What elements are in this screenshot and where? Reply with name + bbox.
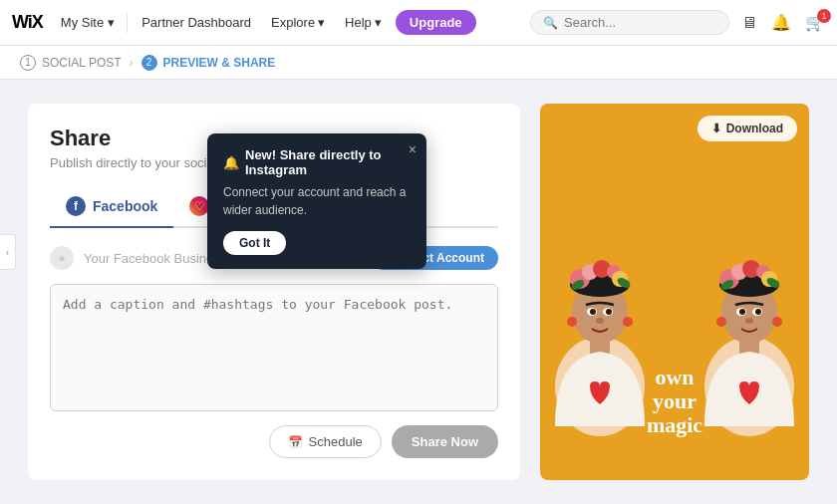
svg-point-17 <box>623 317 633 327</box>
svg-point-35 <box>772 317 782 327</box>
preview-image: own your magic ⬇ Download <box>540 104 809 480</box>
tooltip-bell-icon: 🔔 <box>223 155 239 170</box>
navbar: WiX My Site ▾ Partner Dashboard Explore … <box>0 0 837 46</box>
step2-label: PREVIEW & SHARE <box>163 56 276 70</box>
share-now-button[interactable]: Share Now <box>392 425 498 458</box>
download-button[interactable]: ⬇ Download <box>698 116 797 141</box>
tab-facebook-label: Facebook <box>93 198 157 214</box>
svg-point-31 <box>739 309 745 315</box>
cart-icon[interactable]: 🛒 1 <box>805 13 825 32</box>
svg-text:own: own <box>655 365 694 389</box>
search-icon: 🔍 <box>543 16 558 30</box>
tooltip-title: 🔔 New! Share directly to Instagram <box>223 147 411 177</box>
svg-point-32 <box>755 309 761 315</box>
fb-page-icon: ● <box>50 246 74 270</box>
search-bar[interactable]: 🔍 <box>530 10 729 35</box>
svg-text:your: your <box>653 388 697 413</box>
nav-help[interactable]: Help ▾ <box>335 15 392 30</box>
tab-facebook[interactable]: f Facebook <box>50 188 173 226</box>
svg-point-13 <box>590 309 596 315</box>
nav-separator <box>127 13 128 33</box>
main-content: Share Publish directly to your social ac… <box>0 80 837 504</box>
preview-illustration: own your magic <box>540 104 809 480</box>
svg-text:magic: magic <box>647 412 702 437</box>
wix-logo: WiX <box>12 12 43 33</box>
download-icon: ⬇ <box>711 122 721 135</box>
sidebar-toggle-button[interactable]: ‹ <box>0 234 16 270</box>
step1-label: SOCIAL POST <box>42 56 122 70</box>
breadcrumb-step-1: 1 SOCIAL POST <box>20 55 122 71</box>
facebook-icon: f <box>66 196 86 216</box>
nav-mysite[interactable]: My Site ▾ <box>53 15 123 30</box>
schedule-button[interactable]: 📅 Schedule <box>269 425 382 458</box>
nav-explore[interactable]: Explore ▾ <box>261 15 335 30</box>
breadcrumb: 1 SOCIAL POST › 2 PREVIEW & SHARE <box>0 46 837 80</box>
left-panel: Share Publish directly to your social ac… <box>28 104 520 480</box>
step1-num: 1 <box>20 55 36 71</box>
caption-input[interactable] <box>50 284 498 411</box>
svg-point-16 <box>567 317 577 327</box>
tooltip-body: Connect your account and reach a wider a… <box>223 183 411 219</box>
chevron-down-icon: ▾ <box>318 15 325 30</box>
tooltip-close-button[interactable]: × <box>409 141 417 157</box>
chevron-down-icon: ▾ <box>108 15 115 30</box>
svg-point-33 <box>745 318 753 324</box>
got-it-button[interactable]: Got It <box>223 231 286 255</box>
bottom-actions: 📅 Schedule Share Now <box>50 425 498 458</box>
breadcrumb-step-2: 2 PREVIEW & SHARE <box>141 55 276 71</box>
upgrade-button[interactable]: Upgrade <box>396 10 476 35</box>
svg-point-34 <box>716 317 726 327</box>
cart-badge: 1 <box>817 9 831 23</box>
monitor-icon[interactable]: 🖥 <box>741 14 757 32</box>
step2-num: 2 <box>141 55 157 71</box>
svg-point-14 <box>606 309 612 315</box>
instagram-tooltip: × 🔔 New! Share directly to Instagram Con… <box>207 133 426 269</box>
bell-icon[interactable]: 🔔 <box>771 13 791 32</box>
preview-panel: own your magic ⬇ Download <box>540 104 809 480</box>
nav-partner-dashboard[interactable]: Partner Dashboard <box>132 15 261 30</box>
svg-point-15 <box>596 318 604 324</box>
chevron-down-icon: ▾ <box>375 15 382 30</box>
breadcrumb-arrow: › <box>130 56 134 70</box>
nav-icons: 🖥 🔔 🛒 1 <box>741 13 825 32</box>
schedule-icon: 📅 <box>288 435 303 449</box>
search-input[interactable] <box>564 15 716 30</box>
